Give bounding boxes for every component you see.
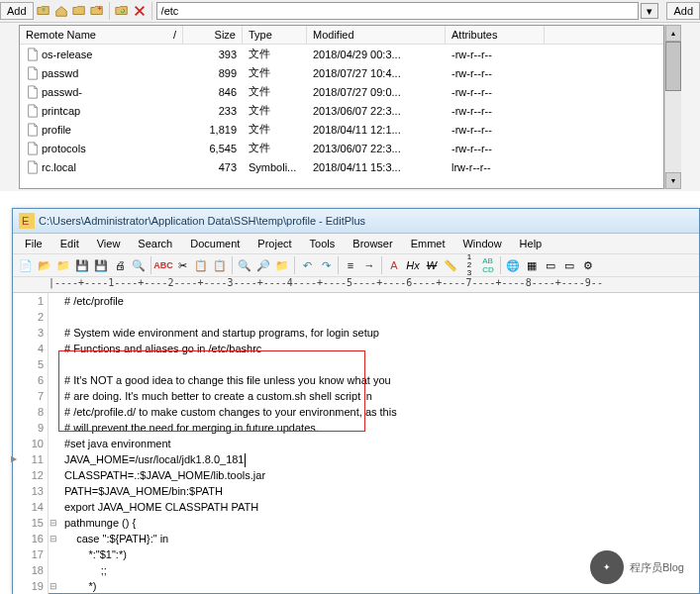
ftp-toolbar: Add ▾ Add [0, 0, 700, 23]
scrollbar[interactable]: ▴ ▾ [664, 25, 681, 189]
separator [338, 256, 339, 274]
charset-icon[interactable]: ABCD [479, 256, 497, 274]
menu-tools[interactable]: Tools [302, 236, 344, 251]
font-color-icon[interactable]: A [385, 256, 403, 274]
file-header: Remote Name/ Size Type Modified Attribut… [20, 26, 663, 45]
code-area[interactable]: 123456789101112131415161718192021 # /etc… [13, 293, 699, 594]
hex-icon[interactable]: Hx [404, 256, 422, 274]
titlebar[interactable]: E C:\Users\Administrator\Application Dat… [13, 209, 699, 234]
menu-edit[interactable]: Edit [52, 236, 87, 251]
editplus-icon: E [19, 213, 35, 229]
window1-icon[interactable]: ▭ [542, 256, 559, 274]
copy-icon[interactable]: 📋 [192, 256, 210, 274]
table-row[interactable]: profile1,819文件2018/04/11 12:1...-rw-r--r… [20, 120, 663, 139]
folder-up-icon[interactable] [36, 3, 51, 19]
dropdown-icon[interactable]: ▾ [641, 3, 658, 19]
menu-help[interactable]: Help [512, 236, 550, 251]
menubar: FileEditViewSearchDocumentProjectToolsBr… [13, 234, 699, 254]
wrap-icon[interactable]: ≡ [342, 256, 359, 274]
code-content[interactable]: # /etc/profile# System wide environment … [49, 293, 699, 594]
table-row[interactable]: os-release393文件2018/04/29 00:3...-rw-r--… [20, 45, 663, 63]
watermark: ✦ 程序员Blog [590, 550, 684, 584]
open2-icon[interactable]: 📁 [54, 256, 72, 274]
separator [294, 256, 295, 274]
print-icon[interactable]: 🖨 [111, 256, 129, 274]
table-row[interactable]: rc.local473Symboli...2018/04/11 15:3...l… [20, 157, 663, 176]
preview-icon[interactable]: 🔍 [130, 256, 148, 274]
cut-icon[interactable]: ✂ [173, 256, 191, 274]
scroll-up-icon[interactable]: ▴ [665, 25, 681, 42]
table-row[interactable]: passwd-846文件2018/07/27 09:0...-rw-r--r-- [20, 82, 663, 101]
svg-text:E: E [22, 215, 29, 227]
open-icon[interactable]: 📂 [36, 256, 53, 274]
ruler: |----+----1----+----2----+----3----+----… [13, 277, 699, 293]
ruler-icon[interactable]: 📏 [442, 256, 459, 274]
find2-icon[interactable]: 🔎 [254, 256, 272, 274]
paste-icon[interactable]: 📋 [211, 256, 229, 274]
watermark-label: 程序员Blog [630, 560, 684, 575]
redo-icon[interactable]: ↷ [317, 256, 335, 274]
window2-icon[interactable]: ▭ [560, 256, 578, 274]
path-input[interactable] [156, 2, 640, 20]
menu-document[interactable]: Document [182, 236, 248, 251]
table-row[interactable]: protocols6,545文件2013/06/07 22:3...-rw-r-… [20, 139, 663, 157]
word-icon[interactable]: W [423, 256, 441, 274]
file-list: Remote Name/ Size Type Modified Attribut… [19, 25, 664, 189]
browser-icon[interactable]: 🌐 [504, 256, 522, 274]
separator [232, 256, 233, 274]
tile-icon[interactable]: ▦ [523, 256, 541, 274]
menu-browser[interactable]: Browser [345, 236, 400, 251]
menu-file[interactable]: File [17, 236, 50, 251]
refresh-folder-icon[interactable] [114, 3, 130, 19]
new-folder-icon[interactable] [89, 3, 105, 19]
wechat-icon: ✦ [590, 550, 624, 584]
col-type[interactable]: Type [243, 26, 307, 44]
separator [150, 256, 151, 274]
add-button-right[interactable]: Add [666, 2, 700, 20]
save-icon[interactable]: 💾 [73, 256, 91, 274]
file-panel: Remote Name/ Size Type Modified Attribut… [0, 23, 700, 191]
undo-icon[interactable]: ↶ [298, 256, 316, 274]
separator [109, 2, 110, 20]
save-all-icon[interactable]: 💾 [92, 256, 110, 274]
editor-toolbar: 📄 📂 📁 💾 💾 🖨 🔍 ABC ✂ 📋 📋 🔍 🔎 📁 ↶ ↷ ≡ → A … [13, 254, 699, 277]
new-file-icon[interactable]: 📄 [17, 256, 35, 274]
line-gutter: 123456789101112131415161718192021 [13, 293, 49, 594]
linenum-icon[interactable]: 123 [460, 256, 478, 274]
editor-window: E C:\Users\Administrator\Application Dat… [12, 208, 700, 594]
scroll-down-icon[interactable]: ▾ [665, 172, 681, 189]
spell-icon[interactable]: ABC [154, 256, 172, 274]
settings-icon[interactable]: ⚙ [579, 256, 597, 274]
col-size[interactable]: Size [183, 26, 243, 44]
menu-project[interactable]: Project [250, 236, 299, 251]
folder-icon[interactable] [71, 3, 87, 19]
col-name[interactable]: Remote Name/ [20, 26, 183, 44]
menu-emmet[interactable]: Emmet [403, 236, 453, 251]
delete-icon[interactable] [132, 3, 148, 19]
add-button-left[interactable]: Add [0, 2, 34, 20]
home-icon[interactable] [53, 3, 69, 19]
table-row[interactable]: passwd899文件2018/07/27 10:4...-rw-r--r-- [20, 63, 663, 82]
separator [381, 256, 382, 274]
window-title: C:\Users\Administrator\Application Data\… [39, 215, 365, 227]
menu-search[interactable]: Search [130, 236, 180, 251]
col-modified[interactable]: Modified [307, 26, 446, 44]
menu-view[interactable]: View [89, 236, 129, 251]
goto-icon[interactable]: → [360, 256, 378, 274]
search-folder-icon[interactable]: 📁 [273, 256, 291, 274]
find-icon[interactable]: 🔍 [236, 256, 253, 274]
col-attributes[interactable]: Attributes [446, 26, 545, 44]
table-row[interactable]: printcap233文件2013/06/07 22:3...-rw-r--r-… [20, 101, 663, 120]
separator [151, 2, 152, 20]
scroll-thumb[interactable] [665, 42, 681, 91]
separator [500, 256, 501, 274]
menu-window[interactable]: Window [454, 236, 509, 251]
